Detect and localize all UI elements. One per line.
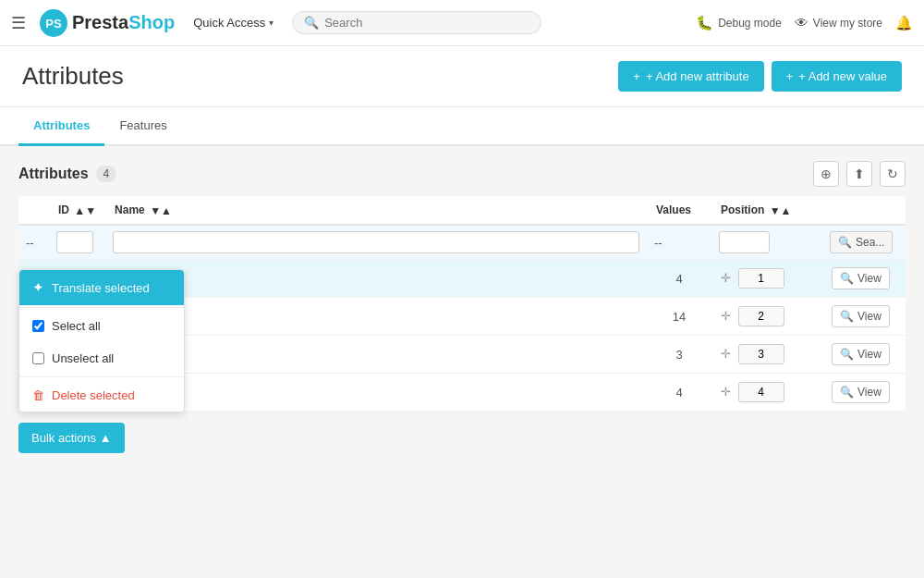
search-icon: 🔍 — [838, 236, 852, 249]
view-icon: 🔍 — [840, 348, 854, 361]
navbar: ☰ PS PrestaShop Quick Access ▾ 🔍 🐛 Debug… — [0, 0, 924, 46]
table-count-badge: 4 — [96, 166, 117, 182]
logo-icon: PS — [39, 8, 68, 38]
translate-selected-button[interactable]: ✦ Translate selected — [19, 270, 184, 305]
drag-handle-icon[interactable]: ✛ — [721, 271, 731, 285]
bulk-actions-container: ✦ Translate selected Select all Unselect… — [18, 423, 125, 453]
filter-id-cell[interactable] — [49, 225, 105, 260]
logo-shop: Shop — [128, 12, 175, 33]
filter-position-input[interactable] — [719, 231, 770, 253]
row-actions-cell[interactable]: 🔍 View — [822, 374, 906, 412]
row-actions-cell[interactable]: 🔍 View — [822, 260, 906, 298]
notifications-button[interactable]: 🔔 — [895, 15, 913, 31]
view-label: View — [857, 310, 881, 323]
main-content: Attributes 4 ⊕ ⬆ ↻ ID ▲▼ Name ▼▲ — [0, 146, 924, 468]
trash-icon: 🗑 — [32, 388, 44, 402]
translate-selected-label: Translate selected — [52, 281, 150, 295]
tab-features[interactable]: Features — [104, 107, 181, 146]
filter-position-cell[interactable] — [711, 225, 822, 260]
header-name[interactable]: Name ▼▲ — [105, 196, 647, 225]
view-button[interactable]: 🔍 View — [832, 267, 890, 289]
select-all-button[interactable]: Select all — [19, 310, 184, 342]
bell-icon: 🔔 — [895, 15, 913, 31]
navbar-right: 🐛 Debug mode 👁 View my store 🔔 — [696, 15, 913, 31]
export-button[interactable]: ⬆ — [846, 161, 872, 187]
id-sort-icon[interactable]: ▲▼ — [74, 207, 96, 215]
search-bar[interactable]: 🔍 — [292, 11, 541, 34]
page-title: Attributes — [22, 62, 618, 91]
row-actions-cell[interactable]: 🔍 View — [822, 336, 906, 374]
unselect-all-label: Unselect all — [52, 351, 114, 365]
filter-row: -- -- 🔍 Sea... — [18, 225, 906, 260]
filter-search-cell[interactable]: 🔍 Sea... — [822, 225, 906, 260]
view-button[interactable]: 🔍 View — [832, 305, 890, 327]
name-sort-icon[interactable]: ▼▲ — [150, 207, 172, 215]
logo: PS PrestaShop — [39, 8, 175, 38]
view-button[interactable]: 🔍 View — [832, 343, 890, 365]
view-store-button[interactable]: 👁 View my store — [795, 15, 882, 31]
search-btn-label: Sea... — [856, 236, 884, 249]
add-value-label: + Add new value — [798, 69, 887, 83]
position-input[interactable] — [738, 382, 784, 402]
row-name: Paper Type — [105, 374, 647, 412]
add-row-button[interactable]: ⊕ — [813, 161, 839, 187]
view-icon: 🔍 — [840, 310, 854, 323]
delete-selected-button[interactable]: 🗑 Delete selected — [19, 379, 184, 412]
dropdown-divider-2 — [19, 376, 184, 377]
debug-mode-label: Debug mode — [718, 17, 782, 30]
view-icon: 🔍 — [840, 272, 854, 285]
position-sort-icon[interactable]: ▼▲ — [770, 207, 792, 215]
add-new-attribute-button[interactable]: + + Add new attribute — [618, 61, 763, 92]
position-input[interactable] — [738, 268, 784, 289]
view-store-label: View my store — [813, 17, 882, 30]
filter-name-cell[interactable] — [105, 225, 647, 260]
header-position[interactable]: Position ▼▲ — [711, 196, 822, 225]
tab-attributes[interactable]: Attributes — [18, 107, 104, 146]
filter-id-input[interactable] — [56, 231, 93, 253]
quick-access-button[interactable]: Quick Access ▾ — [193, 16, 274, 30]
row-name: Color — [105, 298, 647, 336]
header-id[interactable]: ID ▲▼ — [49, 196, 105, 225]
svg-text:PS: PS — [45, 17, 62, 31]
page-header: Attributes + + Add new attribute + + Add… — [0, 46, 924, 107]
position-input[interactable] — [738, 306, 784, 326]
select-all-checkbox[interactable] — [32, 320, 44, 332]
drag-handle-icon[interactable]: ✛ — [721, 347, 731, 361]
row-position[interactable]: ✛ — [711, 336, 822, 374]
tabs: Attributes Features — [0, 107, 924, 146]
table-title: Attributes — [18, 166, 89, 182]
logo-presta: Presta — [72, 12, 128, 33]
view-label: View — [857, 386, 881, 399]
gpt-icon: ✦ — [32, 279, 44, 296]
row-name: Size — [105, 260, 647, 298]
refresh-button[interactable]: ↻ — [880, 161, 906, 187]
row-actions-cell[interactable]: 🔍 View — [822, 298, 906, 336]
quick-access-arrow-icon: ▾ — [269, 18, 274, 28]
bulk-actions-button[interactable]: Bulk actions ▲ — [18, 423, 125, 453]
quick-access-label: Quick Access — [193, 16, 265, 30]
row-position[interactable]: ✛ — [711, 260, 822, 298]
filter-name-input[interactable] — [113, 231, 639, 253]
unselect-all-checkbox[interactable] — [32, 352, 44, 364]
row-values: 4 — [647, 374, 711, 412]
menu-icon[interactable]: ☰ — [11, 13, 26, 33]
row-position[interactable]: ✛ — [711, 298, 822, 336]
search-input[interactable] — [324, 16, 529, 30]
table-header-bar: Attributes 4 ⊕ ⬆ ↻ — [18, 161, 906, 187]
add-new-value-button[interactable]: + + Add new value — [772, 61, 902, 92]
header-values: Values — [647, 196, 711, 225]
drag-handle-icon[interactable]: ✛ — [721, 385, 731, 399]
header-checkbox — [18, 196, 49, 225]
table-header-row: ID ▲▼ Name ▼▲ Values Position ▼▲ — [18, 196, 906, 225]
unselect-all-button[interactable]: Unselect all — [19, 342, 184, 375]
position-input[interactable] — [738, 344, 784, 364]
view-label: View — [857, 272, 881, 285]
header-actions-col — [822, 196, 906, 225]
header-actions: + + Add new attribute + + Add new value — [618, 61, 902, 92]
debug-mode-button[interactable]: 🐛 Debug mode — [696, 15, 782, 31]
view-button[interactable]: 🔍 View — [832, 381, 890, 403]
eye-icon: 👁 — [795, 15, 808, 31]
row-position[interactable]: ✛ — [711, 374, 822, 412]
drag-handle-icon[interactable]: ✛ — [721, 309, 731, 323]
filter-search-button[interactable]: 🔍 Sea... — [830, 231, 893, 253]
